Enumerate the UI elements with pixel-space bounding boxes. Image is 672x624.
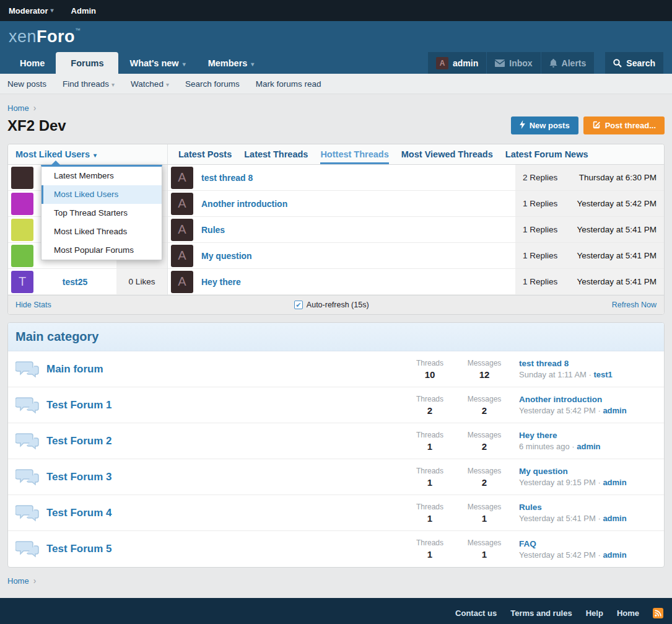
thread-title[interactable]: My question <box>201 251 252 261</box>
last-post-user[interactable]: admin <box>603 406 626 415</box>
stats-type-selector[interactable]: Most Liked Users <box>8 144 168 164</box>
alerts-menu[interactable]: Alerts <box>541 52 595 74</box>
messages-label: Messages <box>457 359 512 367</box>
threads-label: Threads <box>403 431 457 439</box>
nav-tab-home[interactable]: Home <box>9 52 56 74</box>
subnav-watched-label: Watched <box>131 79 164 89</box>
auto-refresh-checkbox[interactable] <box>294 301 303 309</box>
footer-contact-us[interactable]: Contact us <box>455 609 497 618</box>
account-menu[interactable]: A admin <box>428 52 486 74</box>
last-post-user[interactable]: admin <box>603 478 626 487</box>
chevron-down-icon <box>183 58 186 68</box>
refresh-now-link[interactable]: Refresh Now <box>612 301 657 309</box>
forum-link[interactable]: Test Forum 4 <box>46 507 111 519</box>
menu-item-most-liked-users[interactable]: Most Liked Users <box>41 185 162 204</box>
last-post-title[interactable]: Rules <box>519 503 657 512</box>
member-avatar[interactable] <box>11 245 33 267</box>
nav-tab-forums[interactable]: Forums <box>56 52 118 74</box>
member-avatar[interactable] <box>11 219 33 241</box>
thread-replies: 1 Replies <box>523 277 557 286</box>
nav-tab-whats-new[interactable]: What's new <box>118 52 196 74</box>
new-posts-button[interactable]: New posts <box>511 116 578 134</box>
subnav-find-threads[interactable]: Find threads <box>63 79 115 89</box>
last-post-user[interactable]: admin <box>603 550 626 560</box>
thread-date: Yesterday at 5:41 PM <box>577 277 657 286</box>
threads-label: Threads <box>403 467 457 475</box>
menu-item-most-liked-threads[interactable]: Most Liked Threads <box>41 222 162 241</box>
moderator-menu[interactable]: Moderator <box>9 6 54 15</box>
logo-foro: Foro <box>37 27 75 46</box>
last-post-title[interactable]: Another introduction <box>519 395 657 404</box>
admin-link-label: Admin <box>71 6 96 15</box>
thread-replies: 1 Replies <box>523 225 557 234</box>
post-thread-button-label: Post thread... <box>605 121 656 130</box>
last-post-title[interactable]: My question <box>519 467 657 476</box>
footer-terms-and-rules[interactable]: Terms and rules <box>510 609 572 618</box>
tab-hottest-threads[interactable]: Hottest Threads <box>320 144 388 164</box>
member-username[interactable]: test25 <box>33 277 116 287</box>
forum-link[interactable]: Test Forum 3 <box>46 471 111 483</box>
search-button-label: Search <box>626 58 655 68</box>
forum-link[interactable]: Test Forum 2 <box>46 435 111 447</box>
breadcrumb-home-link[interactable]: Home <box>7 576 29 586</box>
category-title[interactable]: Main category <box>8 323 664 351</box>
subnav-search-forums[interactable]: Search forums <box>185 79 240 89</box>
thread-author-avatar[interactable]: A <box>171 271 193 293</box>
main-category-block: Main category Main forum Threads10 Messa… <box>7 322 665 568</box>
last-post-title[interactable]: test thread 8 <box>519 359 657 368</box>
footer-home[interactable]: Home <box>617 609 639 618</box>
member-avatar[interactable]: T <box>11 271 33 293</box>
tab-most-viewed-threads[interactable]: Most Viewed Threads <box>401 144 493 164</box>
subnav-watched[interactable]: Watched <box>131 79 169 89</box>
last-post-user[interactable]: admin <box>603 514 626 523</box>
rss-icon[interactable] <box>653 608 663 618</box>
bell-icon <box>549 59 557 68</box>
post-thread-button[interactable]: Post thread... <box>583 116 665 134</box>
last-post-title[interactable]: Hey there <box>519 431 657 440</box>
forum-row: Test Forum 3 Threads1 Messages2 My quest… <box>8 459 664 495</box>
last-post-user[interactable]: test1 <box>593 370 612 379</box>
inbox-menu[interactable]: Inbox <box>487 52 540 74</box>
thread-author-avatar[interactable]: A <box>171 245 193 267</box>
subnav-mark-forums-read[interactable]: Mark forums read <box>256 79 321 89</box>
forum-link[interactable]: Main forum <box>46 363 103 376</box>
menu-item-latest-members[interactable]: Latest Members <box>41 167 162 185</box>
alerts-menu-label: Alerts <box>562 58 587 68</box>
nav-tab-members[interactable]: Members <box>197 52 266 74</box>
forum-bubbles-icon <box>15 504 40 522</box>
admin-link[interactable]: Admin <box>71 6 96 15</box>
forum-link[interactable]: Test Forum 1 <box>46 399 111 411</box>
member-avatar[interactable] <box>11 167 33 189</box>
thread-title[interactable]: test thread 8 <box>201 173 253 183</box>
footer-help[interactable]: Help <box>586 609 603 618</box>
thread-title[interactable]: Hey there <box>201 277 241 287</box>
member-likes: 0 Likes <box>116 269 167 294</box>
thread-author-avatar[interactable]: A <box>171 219 193 241</box>
subnav-new-posts[interactable]: New posts <box>7 79 46 89</box>
forum-row: Test Forum 1 Threads2 Messages2 Another … <box>8 387 664 423</box>
hide-stats-link[interactable]: Hide Stats <box>15 301 51 309</box>
envelope-icon <box>495 59 505 67</box>
breadcrumb-home-link[interactable]: Home <box>7 103 29 113</box>
tab-latest-forum-news[interactable]: Latest Forum News <box>505 144 588 164</box>
xenforo-logo[interactable]: xenForo™ <box>9 27 81 46</box>
thread-author-avatar[interactable]: A <box>171 193 193 215</box>
thread-author-avatar[interactable]: A <box>171 167 193 189</box>
thread-title[interactable]: Rules <box>201 225 225 235</box>
last-post-time: Yesterday at 5:42 PM <box>519 550 603 560</box>
thread-replies: 1 Replies <box>523 199 557 208</box>
thread-title[interactable]: Another introduction <box>201 199 287 209</box>
last-post-user[interactable]: admin <box>577 442 600 451</box>
forum-link[interactable]: Test Forum 5 <box>46 543 111 555</box>
chevron-down-icon <box>251 58 254 68</box>
last-post-time: Yesterday at 9:15 PM <box>519 478 603 487</box>
tab-latest-posts[interactable]: Latest Posts <box>178 144 232 164</box>
last-post-title[interactable]: FAQ <box>519 539 657 548</box>
menu-item-most-popular-forums[interactable]: Most Popular Forums <box>41 241 162 260</box>
messages-count: 12 <box>457 369 512 380</box>
member-avatar[interactable] <box>11 193 33 215</box>
logo-xen: xen <box>9 27 37 46</box>
menu-item-top-thread-starters[interactable]: Top Thread Starters <box>41 204 162 222</box>
tab-latest-threads[interactable]: Latest Threads <box>244 144 308 164</box>
search-button[interactable]: Search <box>605 52 663 74</box>
